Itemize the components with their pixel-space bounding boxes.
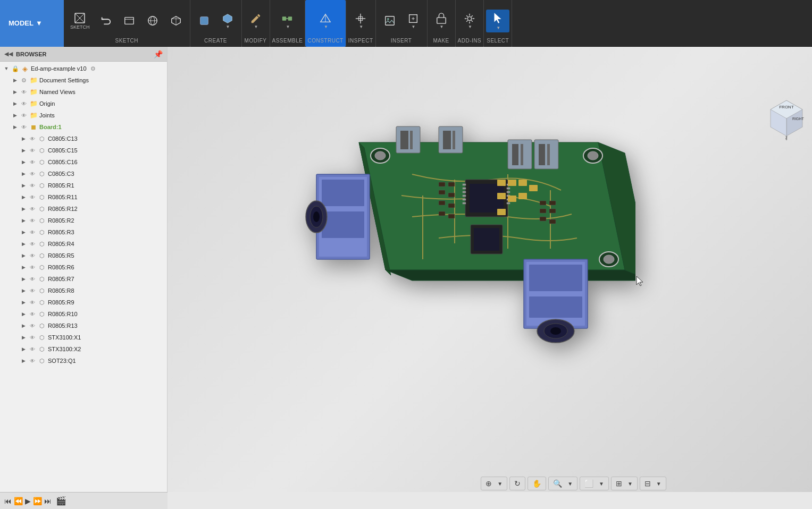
component-shape-icon: ⬡ xyxy=(37,241,47,248)
svg-rect-62 xyxy=(474,228,499,251)
tree-component-item[interactable]: ▶ 👁 ⬡ C0805:C13 xyxy=(0,133,167,145)
assemble-btn[interactable]: ▼ xyxy=(275,11,299,31)
select-btn[interactable]: ▼ xyxy=(486,10,509,32)
tree-named-views[interactable]: ▶ 👁 📁 Named Views xyxy=(0,86,167,98)
insert-more-btn[interactable]: ▼ xyxy=(401,11,425,31)
component-eye-icon: 👁 xyxy=(28,159,37,165)
zoom-dropdown-btn[interactable]: ▼ xyxy=(565,480,575,488)
view-btn[interactable]: ⊟ xyxy=(642,478,653,489)
root-settings-icon[interactable]: ⚙ xyxy=(89,65,97,72)
window-icon xyxy=(123,15,135,27)
tree-component-item[interactable]: ▶ 👁 ⬡ R0805:R4 xyxy=(0,238,167,250)
component-eye-icon: 👁 xyxy=(28,241,37,247)
component-shape-icon: ⬡ xyxy=(37,159,47,166)
play-end-btn[interactable]: ⏭ xyxy=(44,497,52,505)
zoom-btn[interactable]: 🔍 xyxy=(551,478,564,489)
origin-label: Origin xyxy=(38,100,55,107)
sketch-create-btn[interactable]: SKETCH xyxy=(66,10,94,32)
viewcube[interactable]: FRONT RIGHT Z xyxy=(765,98,808,140)
grid-btn[interactable] xyxy=(141,13,164,29)
tree-component-item[interactable]: ▶ 👁 ⬡ R0805:R5 xyxy=(0,250,167,261)
tree-component-item[interactable]: ▶ 👁 ⬡ SOT23:Q1 xyxy=(0,355,167,367)
insert-image-btn[interactable] xyxy=(378,13,401,29)
tree-component-item[interactable]: ▶ 👁 ⬡ R0805:R1 xyxy=(0,180,167,191)
view-dropdown-btn[interactable]: ▼ xyxy=(654,480,664,488)
display-mode-btn[interactable]: ⬜ xyxy=(582,478,596,489)
construct-items: ▼ xyxy=(314,0,337,38)
component-eye-icon: 👁 xyxy=(28,335,37,341)
display-dropdown-btn[interactable]: ▼ xyxy=(597,480,606,488)
joints-eye-icon: 👁 xyxy=(19,113,29,118)
sketch-items: SKETCH xyxy=(66,0,188,38)
tree-component-item[interactable]: ▶ 👁 ⬡ R0805:R9 xyxy=(0,296,167,308)
tree-component-item[interactable]: ▶ 👁 ⬡ R0805:R11 xyxy=(0,191,167,203)
select-cursor-icon xyxy=(491,12,505,26)
make-items: ▼ xyxy=(430,0,453,38)
svg-rect-78 xyxy=(448,214,455,218)
window-btn[interactable] xyxy=(118,13,141,29)
named-views-arrow: ▶ xyxy=(11,89,19,95)
tree-origin[interactable]: ▶ 👁 📁 Origin xyxy=(0,98,167,109)
addins-btn[interactable]: ▼ xyxy=(458,11,481,31)
root-expand-arrow: ▼ xyxy=(2,66,11,71)
tree-component-item[interactable]: ▶ 👁 ⬡ R0805:R2 xyxy=(0,215,167,226)
tree-board1[interactable]: ▶ 👁 ◼ Board:1 xyxy=(0,121,167,133)
orbit-btn[interactable]: ↻ xyxy=(512,478,523,489)
component-arrow: ▶ xyxy=(19,241,28,247)
tree-component-item[interactable]: ▶ 👁 ⬡ R0805:R8 xyxy=(0,285,167,296)
root-lock-icon: 🔒 xyxy=(11,65,20,72)
tree-doc-settings[interactable]: ▶ ⚙ 📁 Document Settings xyxy=(0,74,167,86)
tree-root-item[interactable]: ▼ 🔒 ◈ Ed-amp-example v10 ⚙ xyxy=(0,63,167,74)
component-label: C0805:C16 xyxy=(47,159,78,165)
tree-component-item[interactable]: ▶ 👁 ⬡ STX3100:X2 xyxy=(0,343,167,355)
tree-component-item[interactable]: ▶ 👁 ⬡ R0805:R7 xyxy=(0,273,167,285)
tree-component-item[interactable]: ▶ 👁 ⬡ R0805:R12 xyxy=(0,203,167,215)
grid-dropdown-btn[interactable]: ▼ xyxy=(625,480,635,488)
play-next-btn[interactable]: ⏩ xyxy=(33,497,42,505)
construct-btn[interactable]: ▼ xyxy=(314,11,337,31)
browser-collapse-btn[interactable]: ◀◀ xyxy=(4,50,13,57)
main-canvas[interactable]: ⊕ ▼ ↻ ✋ 🔍 ▼ ⬜ ▼ ⊞ ▼ ⊟ ▼ xyxy=(168,47,812,492)
select-section: ▼ SELECT xyxy=(484,0,512,47)
create-solid-btn[interactable] xyxy=(192,13,216,29)
component-label: R0805:R1 xyxy=(47,182,74,189)
tree-component-item[interactable]: ▶ 👁 ⬡ R0805:R6 xyxy=(0,261,167,273)
playbar: ⏮ ⏪ ▶ ⏩ ⏭ 🎬 xyxy=(0,492,168,509)
doc-settings-folder-icon: 📁 xyxy=(29,77,38,84)
display-tool-group: ⬜ ▼ xyxy=(580,477,609,490)
insert-dropdown-icon xyxy=(407,13,419,24)
inspect-btn[interactable]: ▼ xyxy=(349,11,372,31)
tree-component-item[interactable]: ▶ 👁 ⬡ STX3100:X1 xyxy=(0,332,167,343)
create-more-btn[interactable]: ▼ xyxy=(216,11,239,31)
3dmodel-btn[interactable] xyxy=(164,13,188,29)
grid-btn[interactable]: ⊞ xyxy=(614,478,624,489)
tree-component-item[interactable]: ▶ 👁 ⬡ R0805:R3 xyxy=(0,226,167,238)
pan-btn[interactable]: ✋ xyxy=(530,478,543,489)
svg-rect-70 xyxy=(497,209,506,215)
play-prev-btn[interactable]: ⏪ xyxy=(14,497,23,505)
tree-component-item[interactable]: ▶ 👁 ⬡ C0805:C3 xyxy=(0,168,167,180)
modify-btn[interactable]: ▼ xyxy=(244,11,267,31)
addins-section: ▼ ADD-INS xyxy=(456,0,484,47)
svg-rect-1 xyxy=(124,18,133,24)
snap-btn[interactable]: ⊕ xyxy=(483,478,494,489)
model-menu-button[interactable]: MODEL ▼ xyxy=(0,0,64,47)
joints-label: Joints xyxy=(38,112,55,118)
play-start-btn[interactable]: ⏮ xyxy=(4,497,12,505)
component-arrow: ▶ xyxy=(19,148,28,153)
svg-rect-65 xyxy=(518,180,527,186)
tree-component-item[interactable]: ▶ 👁 ⬡ C0805:C15 xyxy=(0,145,167,156)
joints-arrow: ▶ xyxy=(11,113,19,118)
browser-pin-btn[interactable]: 📌 xyxy=(154,50,163,58)
tree-joints[interactable]: ▶ 👁 📁 Joints xyxy=(0,109,167,121)
create-section: ▼ CREATE xyxy=(190,0,242,47)
component-eye-icon: 👁 xyxy=(28,276,37,282)
play-play-btn[interactable]: ▶ xyxy=(25,497,31,505)
play-camera-btn[interactable]: 🎬 xyxy=(56,496,66,506)
tree-component-item[interactable]: ▶ 👁 ⬡ R0805:R13 xyxy=(0,320,167,332)
make-btn[interactable]: ▼ xyxy=(430,11,453,31)
undo-btn[interactable] xyxy=(94,13,118,29)
snap-dropdown-btn[interactable]: ▼ xyxy=(495,480,505,488)
tree-component-item[interactable]: ▶ 👁 ⬡ R0805:R10 xyxy=(0,308,167,320)
tree-component-item[interactable]: ▶ 👁 ⬡ C0805:C16 xyxy=(0,156,167,168)
